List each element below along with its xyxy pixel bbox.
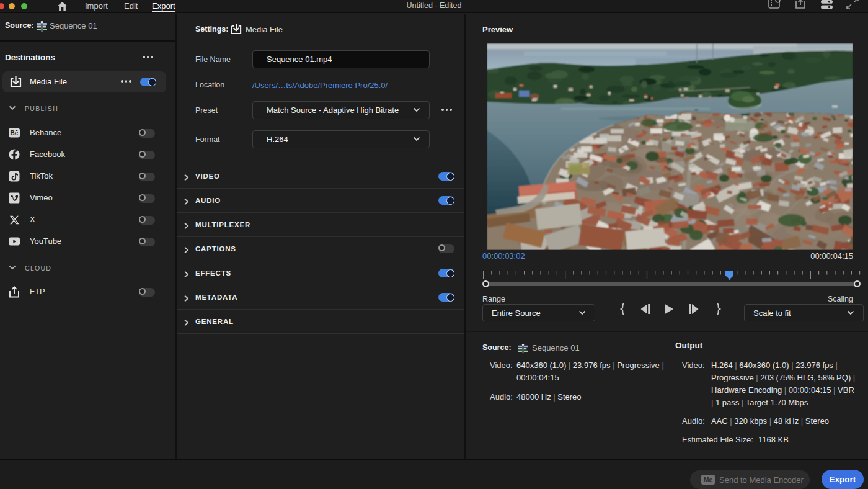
- svg-text:Bē: Bē: [11, 130, 19, 137]
